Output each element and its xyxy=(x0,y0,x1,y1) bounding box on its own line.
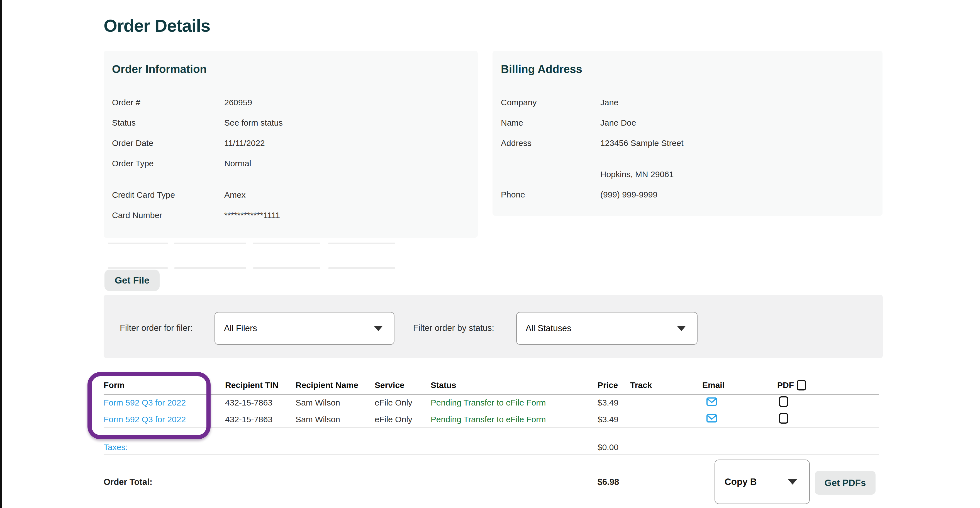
order-details-page: Order Details Order Information Order # … xyxy=(0,0,980,508)
skeleton-bar xyxy=(328,267,395,269)
order-summary: Taxes: $0.00 Order Total: $6.98 Copy B G… xyxy=(103,427,879,508)
order-information-heading: Order Information xyxy=(112,63,469,75)
field-card-number: Card Number ************1111 xyxy=(112,210,469,220)
summary-bottom: Order Total: $6.98 Copy B Get PDFs xyxy=(103,455,879,508)
service-cell: eFile Only xyxy=(375,398,431,408)
col-header-recipient-name: Recipient Name xyxy=(296,380,375,390)
page-title: Order Details xyxy=(103,16,210,35)
field-value: (999) 999-9999 xyxy=(600,190,657,200)
field-label: Company xyxy=(501,97,600,108)
field-address: Address 123456 Sample Street xyxy=(501,138,874,148)
copy-type-value: Copy B xyxy=(725,476,757,487)
chevron-down-icon xyxy=(788,479,797,484)
col-header-form: Form xyxy=(103,380,225,390)
recipient-tin-cell: 432-15-7863 xyxy=(225,414,296,424)
field-value: ************1111 xyxy=(224,210,280,220)
skeleton-bar xyxy=(328,243,395,244)
field-value: Jane xyxy=(600,97,619,108)
price-cell: $3.49 xyxy=(598,398,630,408)
field-order-number: Order # 260959 xyxy=(112,97,469,108)
field-value: 123456 Sample Street xyxy=(600,138,684,148)
service-cell: eFile Only xyxy=(375,414,431,424)
status-cell: Pending Transfer to eFile Form xyxy=(431,398,598,408)
filer-dropdown-value: All Filers xyxy=(224,323,257,333)
pdf-checkbox[interactable] xyxy=(779,413,788,424)
taxes-link[interactable]: Taxes: xyxy=(103,442,128,452)
field-label: Name xyxy=(501,118,600,128)
status-dropdown-value: All Statuses xyxy=(526,323,571,333)
filter-status-label: Filter order by status: xyxy=(413,323,494,333)
pdf-select-all-checkbox[interactable] xyxy=(797,380,806,391)
field-city-state-zip: Hopkins, MN 29061 xyxy=(501,169,874,179)
email-icon[interactable] xyxy=(706,414,718,425)
field-value: Normal xyxy=(224,159,251,168)
order-information-panel: Order Information Order # 260959 Status … xyxy=(103,51,478,238)
recipient-name-cell: Sam Wilson xyxy=(296,414,375,424)
col-header-track: Track xyxy=(630,380,702,390)
price-cell: $3.49 xyxy=(598,414,630,424)
recipient-tin-cell: 432-15-7863 xyxy=(225,398,296,408)
field-value: 260959 xyxy=(224,97,252,108)
filter-filer-label: Filter order for filer: xyxy=(120,323,193,333)
get-pdfs-button[interactable]: Get PDFs xyxy=(815,471,875,495)
skeleton-bar xyxy=(174,267,246,269)
field-order-date: Order Date 11/11/2022 xyxy=(112,138,469,148)
col-header-status: Status xyxy=(431,380,598,390)
field-value: Hopkins, MN 29061 xyxy=(600,169,674,179)
pdf-checkbox[interactable] xyxy=(779,396,788,407)
field-phone: Phone (999) 999-9999 xyxy=(501,190,874,200)
field-value: Jane Doe xyxy=(600,118,636,128)
col-header-pdf: PDF xyxy=(777,380,879,391)
skeleton-bar xyxy=(174,243,246,244)
skeleton-bar xyxy=(253,243,320,244)
field-value: 11/11/2022 xyxy=(224,138,265,148)
taxes-row: Taxes: $0.00 xyxy=(103,427,879,455)
field-label: Phone xyxy=(501,190,600,200)
filter-bar: Filter order for filer: All Filers Filte… xyxy=(103,295,883,358)
field-status: Status See form status xyxy=(112,118,469,128)
col-header-service: Service xyxy=(375,380,431,390)
field-label: Credit Card Type xyxy=(112,190,224,200)
copy-type-dropdown[interactable]: Copy B xyxy=(714,460,810,504)
window-left-border xyxy=(0,0,2,508)
col-header-recipient-tin: Recipient TIN xyxy=(225,380,296,390)
field-value: Amex xyxy=(224,190,246,200)
order-total-value: $6.98 xyxy=(598,477,619,487)
forms-table: Form Recipient TIN Recipient Name Servic… xyxy=(103,376,879,428)
field-credit-card-type: Credit Card Type Amex xyxy=(112,190,469,200)
status-cell: Pending Transfer to eFile Form xyxy=(431,414,598,424)
order-total-label: Order Total: xyxy=(103,477,153,487)
field-label: Order Date xyxy=(112,138,224,148)
field-label: Address xyxy=(501,138,600,148)
field-label: Card Number xyxy=(112,210,224,220)
field-order-type: Order Type Normal xyxy=(112,159,469,168)
skeleton-bar xyxy=(253,267,320,269)
status-dropdown[interactable]: All Statuses xyxy=(516,312,698,345)
taxes-value: $0.00 xyxy=(598,442,619,452)
field-label: Order Type xyxy=(112,159,224,168)
field-label: Status xyxy=(112,118,224,128)
chevron-down-icon xyxy=(677,326,686,331)
billing-address-panel: Billing Address Company Jane Name Jane D… xyxy=(493,51,883,216)
form-link[interactable]: Form 592 Q3 for 2022 xyxy=(103,398,186,407)
email-icon[interactable] xyxy=(706,397,718,408)
field-name: Name Jane Doe xyxy=(501,118,874,128)
skeleton-bar xyxy=(108,243,168,244)
pdf-header-label: PDF xyxy=(777,380,794,390)
field-value: See form status xyxy=(224,118,283,128)
skeleton-bar xyxy=(108,267,168,269)
col-header-price: Price xyxy=(598,380,630,390)
table-row: Form 592 Q3 for 2022 432-15-7863 Sam Wil… xyxy=(103,395,879,411)
form-link[interactable]: Form 592 Q3 for 2022 xyxy=(103,415,186,424)
col-header-email: Email xyxy=(702,380,777,390)
billing-address-heading: Billing Address xyxy=(501,63,874,75)
field-label: Order # xyxy=(112,97,224,108)
field-label xyxy=(501,169,600,179)
table-row: Form 592 Q3 for 2022 432-15-7863 Sam Wil… xyxy=(103,411,879,428)
field-company: Company Jane xyxy=(501,97,874,108)
recipient-name-cell: Sam Wilson xyxy=(296,398,375,408)
filer-dropdown[interactable]: All Filers xyxy=(215,312,395,345)
chevron-down-icon xyxy=(374,326,383,331)
get-file-button[interactable]: Get File xyxy=(105,270,160,291)
table-header-row: Form Recipient TIN Recipient Name Servic… xyxy=(103,376,879,395)
